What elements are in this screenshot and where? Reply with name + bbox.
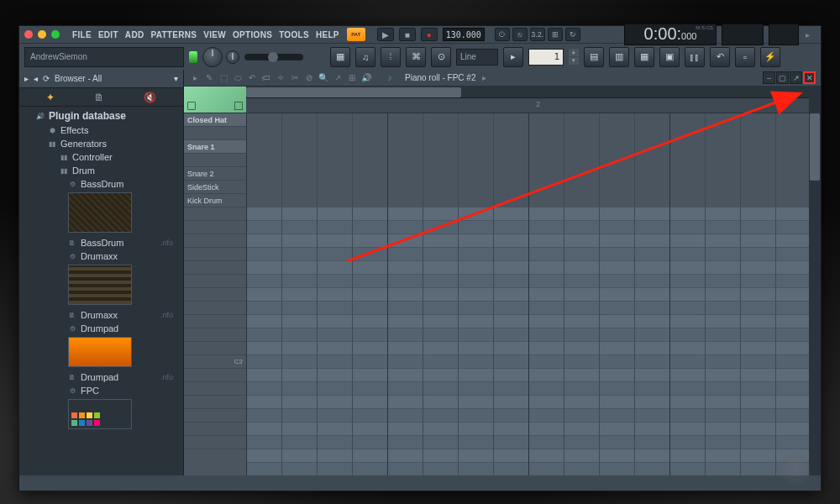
tree-item[interactable]: 🗎BassDrum.nfo (19, 236, 183, 249)
menu-file[interactable]: FILE (70, 29, 94, 41)
slip-tool-icon[interactable]: 🏷 (260, 72, 272, 84)
link-button[interactable]: ⌘ (406, 47, 426, 67)
piano-key-label[interactable]: Closed Hat (184, 113, 246, 127)
quantize-icon[interactable]: ⊞ (346, 72, 358, 84)
tree-root[interactable]: 🔊 Plugin database (19, 108, 183, 123)
piano-key-label[interactable]: Kick Drum (184, 194, 246, 207)
time-display[interactable]: M:S:CS 0:00:000 (624, 24, 717, 45)
select-tool-icon[interactable]: ✂ (289, 72, 301, 84)
metronome-icon[interactable]: ⏲ (495, 28, 510, 41)
pattern-number[interactable]: 1 (528, 49, 564, 66)
draw-tool-icon[interactable]: ✎ (203, 72, 215, 84)
view-playlist-button[interactable]: ▤ (584, 47, 604, 67)
timeline[interactable]: 2 (246, 98, 809, 113)
back-icon[interactable]: ◂ (34, 74, 38, 83)
menu-patterns[interactable]: PATTERNS (148, 29, 199, 41)
step-seq-button[interactable]: ⦙ (381, 47, 401, 67)
record-button[interactable]: ● (421, 28, 438, 41)
tree-item[interactable]: ⚙Drumaxx (19, 249, 183, 263)
chop-tool-icon[interactable]: ↗ (332, 72, 344, 84)
plugin-thumbnail[interactable] (68, 265, 132, 305)
master-pitch-knob[interactable] (226, 50, 239, 64)
tree-item[interactable]: ⚙FPC (19, 384, 183, 397)
tree-item[interactable]: ▮▮Drum (19, 164, 183, 177)
tree-item[interactable]: ⚙BassDrum (19, 177, 183, 191)
tree-item[interactable]: 🗎Drumaxx.nfo (19, 308, 183, 322)
prev-pattern-button[interactable]: ▸ (503, 47, 523, 67)
countdown-icon[interactable]: 3.2. (530, 28, 545, 41)
view-browser-button[interactable]: ▣ (659, 47, 680, 67)
tree-item[interactable]: ⚙Drumpad (19, 322, 183, 335)
snap-mode-select[interactable]: Line (456, 49, 498, 66)
menu-tools[interactable]: TOOLS (276, 29, 312, 41)
zoom-tool-icon[interactable]: ⊘ (303, 72, 315, 84)
note-grid[interactable] (246, 113, 809, 463)
snap-button[interactable]: ⊙ (431, 47, 451, 67)
crossfade-slider[interactable] (244, 54, 303, 60)
pattern-down-button[interactable]: ▾ (569, 57, 579, 65)
hscroll-thumb[interactable] (246, 87, 461, 97)
pr-detach-button[interactable]: ↗ (790, 71, 802, 84)
view-mixer-button[interactable]: ⫿⫿ (685, 47, 705, 67)
close-window-button[interactable] (24, 30, 33, 39)
plugin-thumbnail[interactable] (68, 399, 132, 429)
menu-options[interactable]: OPTIONS (230, 29, 275, 41)
menu-edit[interactable]: EDIT (96, 29, 121, 41)
master-volume-knob[interactable] (202, 47, 223, 67)
browser-menu-icon[interactable]: ▾ (174, 74, 178, 83)
mute-tool-icon[interactable]: ↶ (246, 72, 258, 84)
favorites-icon[interactable]: ✦ (46, 92, 55, 103)
piano-key-label[interactable]: Snare 2 (184, 167, 246, 181)
view-stepseq-button[interactable]: ▥ (609, 47, 629, 67)
piano-corner-controls[interactable] (184, 87, 246, 113)
expand-icon[interactable]: ▸ (806, 30, 816, 39)
pr-dropdown-icon[interactable]: ▸ (478, 72, 490, 84)
tree-item[interactable]: ▮▮Generators (19, 137, 183, 150)
tree-item[interactable]: 🗎Drumpad.nfo (19, 370, 183, 384)
maximize-window-button[interactable] (51, 30, 60, 39)
plugin-picker-button[interactable]: ⚡ (760, 47, 780, 67)
menu-add[interactable]: ADD (123, 29, 147, 41)
loop-icon[interactable]: ↻ (565, 28, 580, 41)
blend-icon[interactable]: ⊞ (548, 28, 563, 41)
pr-menu-icon[interactable]: ▸ (189, 72, 201, 84)
cpu-meter[interactable] (769, 24, 799, 45)
collapse-icon[interactable]: ▸ (24, 74, 29, 83)
playlist-button[interactable]: ▦ (330, 47, 350, 67)
plugin-thumbnail[interactable] (68, 337, 132, 367)
folder-view-icon[interactable]: 🗎 (94, 92, 104, 103)
tree-item[interactable]: ⬢Effects (19, 123, 183, 137)
undo-history-button[interactable]: ↶ (710, 47, 730, 67)
play-button[interactable]: ▶ (377, 28, 394, 41)
playback-tool-icon[interactable]: 🔍 (318, 72, 329, 84)
horizontal-scrollbar[interactable] (246, 87, 809, 98)
piano-key-label[interactable]: Snare 1 (184, 140, 246, 154)
vertical-scrollbar[interactable] (809, 87, 821, 475)
refresh-icon[interactable]: ⟳ (43, 74, 50, 83)
pr-close-button[interactable]: ✕ (803, 71, 816, 84)
mute-icon[interactable]: 🔇 (144, 92, 156, 103)
tree-item[interactable]: ▮▮Controller (19, 150, 183, 164)
tempo-display[interactable]: 130.000 (443, 28, 485, 41)
minimize-window-button[interactable] (38, 30, 46, 39)
piano-grid[interactable]: 2 (246, 87, 809, 475)
slice-tool-icon[interactable]: ✧ (275, 72, 286, 84)
wait-input-icon[interactable]: ⎋ (512, 28, 528, 41)
menu-help[interactable]: HELP (313, 29, 342, 41)
menu-view[interactable]: VIEW (201, 29, 228, 41)
visualizer[interactable] (722, 24, 764, 45)
close-windows-button[interactable]: ▫ (735, 47, 755, 67)
pr-minimize-button[interactable]: – (763, 71, 775, 84)
piano-key-label[interactable]: SideStick (184, 181, 246, 194)
stop-button[interactable]: ■ (399, 28, 416, 41)
pattern-up-button[interactable]: ▴ (569, 49, 579, 56)
view-pianoroll-button[interactable]: ▦ (634, 47, 654, 67)
pr-maximize-button[interactable]: ▢ (776, 71, 789, 84)
pr-channel-icon[interactable]: ♪ (384, 72, 396, 84)
vscroll-thumb[interactable] (810, 113, 820, 181)
paint-tool-icon[interactable]: ⬚ (218, 72, 229, 84)
snap-icon[interactable]: 🔊 (360, 72, 372, 84)
pattern-song-toggle[interactable]: PAT (347, 28, 365, 41)
plugin-thumbnail[interactable] (68, 192, 132, 233)
piano-roll-button[interactable]: ♫ (355, 47, 375, 67)
